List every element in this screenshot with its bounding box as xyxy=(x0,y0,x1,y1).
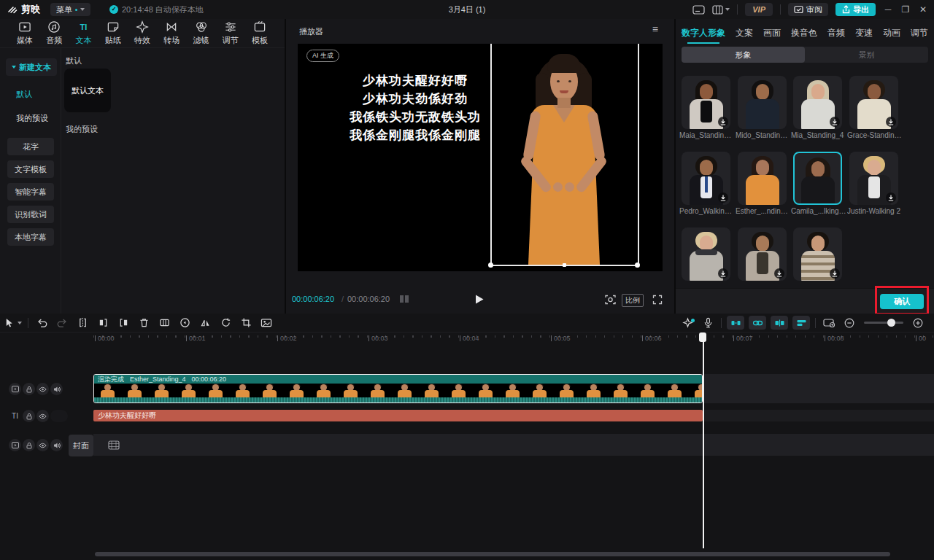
segment-figure[interactable]: 形象 xyxy=(682,47,805,63)
eye-icon[interactable] xyxy=(36,410,49,422)
avatar-card[interactable] xyxy=(682,152,730,205)
lock-icon[interactable] xyxy=(23,439,35,451)
avatar-card[interactable] xyxy=(682,76,730,129)
timeline-horizontal-scrollbar[interactable] xyxy=(95,552,890,556)
subtitle-panel-icon[interactable] xyxy=(692,5,705,15)
delete-right-button[interactable] xyxy=(113,317,134,328)
zoom-slider-knob[interactable] xyxy=(887,319,895,327)
tab-speed[interactable]: 变速 xyxy=(855,27,873,39)
mirror-button[interactable] xyxy=(195,317,215,328)
tab-filter[interactable]: 滤镜 xyxy=(188,20,215,46)
selection-handle[interactable] xyxy=(563,263,566,267)
avatar-card[interactable] xyxy=(793,228,842,281)
menu-button[interactable]: 菜单 xyxy=(50,3,90,16)
selection-right-edge[interactable] xyxy=(638,44,639,265)
cover-button[interactable]: 封面 xyxy=(69,435,93,456)
timeline-ruler[interactable]: 00:00 00:01 00:02 00:03 00:04 00:05 00:0… xyxy=(0,332,934,344)
redo-button[interactable] xyxy=(52,317,72,328)
maximize-button[interactable]: ❐ xyxy=(900,4,911,15)
avatar-card[interactable] xyxy=(682,228,730,281)
sidebar-item-default[interactable]: 默认 xyxy=(16,89,61,100)
split-button[interactable] xyxy=(72,317,93,328)
linkage-toggle[interactable] xyxy=(749,316,766,330)
rotate-button[interactable] xyxy=(215,317,236,328)
tab-template[interactable]: 模板 xyxy=(247,20,273,46)
tab-effects[interactable]: 特效 xyxy=(129,20,155,46)
tab-animation[interactable]: 动画 xyxy=(883,27,900,39)
avatar-card[interactable] xyxy=(738,152,787,205)
timeline-zoom-slider[interactable] xyxy=(864,322,903,324)
reverse-button[interactable] xyxy=(174,317,195,328)
lock-icon[interactable] xyxy=(23,410,35,422)
eye-icon[interactable] xyxy=(36,383,49,395)
matting-button[interactable] xyxy=(256,317,277,328)
player-menu-icon[interactable]: ≡ xyxy=(652,23,658,35)
sidebar-item-auto-captions[interactable]: 智能字幕 xyxy=(7,183,54,201)
fit-zoom-icon[interactable] xyxy=(605,295,616,305)
mute-toggle[interactable] xyxy=(50,410,68,422)
speaker-icon[interactable] xyxy=(50,439,63,451)
record-audio-button[interactable] xyxy=(698,317,718,328)
tab-digital-human[interactable]: 数字人形象 xyxy=(682,27,725,39)
avatar-card-selected[interactable] xyxy=(793,152,842,205)
sidebar-item-text-template[interactable]: 文字模板 xyxy=(7,160,54,178)
play-button[interactable] xyxy=(474,294,485,305)
sidebar-item-local-subtitles[interactable]: 本地字幕 xyxy=(7,228,54,246)
tab-media[interactable]: 媒体 xyxy=(12,20,38,46)
freeze-frame-button[interactable] xyxy=(154,317,174,328)
pointer-tool-button[interactable] xyxy=(0,317,25,328)
close-button[interactable]: ✕ xyxy=(918,4,928,15)
preview-axis-toggle[interactable] xyxy=(771,316,788,330)
review-button[interactable]: 审阅 xyxy=(788,3,828,16)
avatar-card[interactable] xyxy=(738,228,787,281)
tab-picture[interactable]: 画面 xyxy=(763,27,781,39)
selection-handle[interactable] xyxy=(635,262,640,268)
digital-human-clip[interactable]: 渲染完成 Esther_Standing_4 00:00:06:20 xyxy=(93,374,703,403)
vip-button[interactable]: VIP xyxy=(745,3,773,16)
tab-adjust[interactable]: 调节 xyxy=(911,27,928,39)
tab-audio[interactable]: 音频 xyxy=(827,27,845,39)
subtitle-clip[interactable]: 少林功夫醒好好嘢 xyxy=(93,410,703,421)
avatar-card[interactable] xyxy=(849,76,898,129)
tab-script[interactable]: 文案 xyxy=(736,27,753,39)
magnet-snap-toggle[interactable] xyxy=(727,316,744,330)
avatar-card[interactable] xyxy=(849,152,898,205)
sidebar-item-lyrics-recognition[interactable]: 识别歌词 xyxy=(7,206,54,223)
delete-button[interactable] xyxy=(134,317,154,328)
playhead[interactable] xyxy=(703,332,704,548)
tab-sticker[interactable]: 贴纸 xyxy=(100,20,126,46)
layout-switch-button[interactable] xyxy=(712,5,730,15)
default-text-card[interactable]: 默认文本 xyxy=(64,69,111,112)
avatar-card[interactable] xyxy=(738,76,787,129)
export-button[interactable]: 导出 xyxy=(835,3,876,16)
tab-voice-change[interactable]: 换音色 xyxy=(791,27,817,39)
preview-video[interactable]: AI 生成 少林功夫醒好好嘢 少林功夫劲係好劲 我係铁头功无敌铁头功 我係金刚腿… xyxy=(298,44,663,271)
speaker-icon[interactable] xyxy=(50,383,63,395)
digital-human-preview[interactable] xyxy=(490,44,638,265)
tab-text[interactable]: TI 文本 xyxy=(71,20,97,46)
sidebar-item-my-presets[interactable]: 我的预设 xyxy=(16,113,61,124)
minimize-button[interactable]: ─ xyxy=(883,4,893,15)
eye-icon[interactable] xyxy=(36,439,49,451)
ratio-button[interactable]: 比例 xyxy=(622,294,644,307)
crop-button[interactable] xyxy=(236,317,256,328)
selection-handle[interactable] xyxy=(488,262,493,268)
avatar-card[interactable] xyxy=(793,76,842,129)
sidebar-item-new-text[interactable]: 新建文本 xyxy=(6,58,57,76)
tab-transition[interactable]: 转场 xyxy=(158,20,185,46)
sidebar-item-fancy-text[interactable]: 花字 xyxy=(7,138,54,155)
tab-audio[interactable]: 音频 xyxy=(41,20,67,46)
fullscreen-icon[interactable] xyxy=(652,295,663,305)
undo-button[interactable] xyxy=(31,317,52,328)
smart-beautify-button[interactable] xyxy=(677,317,698,328)
fit-timeline-button[interactable] xyxy=(819,318,839,328)
track-mode-toggle[interactable] xyxy=(792,316,810,330)
segment-scene[interactable]: 景别 xyxy=(805,47,928,63)
clip-placeholder-icon[interactable] xyxy=(108,440,120,450)
delete-left-button[interactable] xyxy=(93,317,113,328)
tab-adjust[interactable]: 调节 xyxy=(217,20,244,46)
frame-view-icon[interactable] xyxy=(400,295,409,303)
zoom-out-button[interactable] xyxy=(839,318,860,328)
zoom-in-button[interactable] xyxy=(908,318,928,328)
selection-left-edge[interactable] xyxy=(490,44,492,265)
